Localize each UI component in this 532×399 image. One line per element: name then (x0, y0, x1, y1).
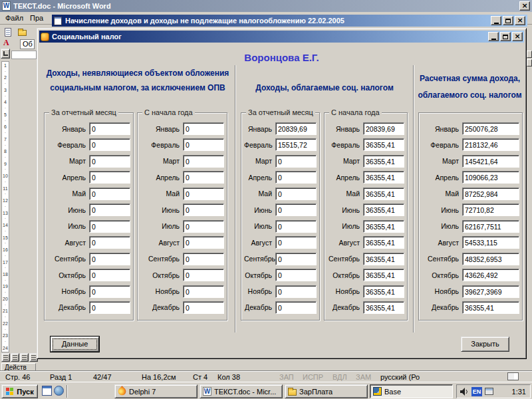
quick-launch-icon-1[interactable] (42, 386, 52, 396)
word-titlebar[interactable]: W ТЕКСТ.doc - Microsoft Word × (0, 0, 532, 12)
value-field[interactable]: 0 (275, 220, 317, 233)
value-field[interactable]: 0 (89, 253, 130, 265)
view-page-button[interactable] (20, 353, 29, 362)
value-field[interactable]: 0 (89, 236, 130, 249)
taskbar-task-word[interactable]: ТЕКСТ.doc - Micr... (200, 384, 283, 398)
value-field[interactable]: 0 (183, 269, 224, 281)
value-field[interactable]: 36355,41 (363, 138, 404, 151)
status-flag-ext: ВДЛ (332, 373, 347, 381)
value-field[interactable]: 36355,41 (462, 301, 519, 314)
value-field[interactable]: 0 (183, 138, 224, 151)
data-button[interactable]: Данные (51, 336, 99, 352)
value-field[interactable]: 0 (89, 122, 130, 135)
value-field[interactable]: 36355,41 (363, 220, 404, 233)
value-field[interactable]: 0 (89, 138, 130, 151)
value-field[interactable]: 36355,41 (363, 236, 404, 249)
value-field[interactable]: 54533,115 (462, 236, 519, 249)
value-field[interactable]: 0 (183, 122, 224, 135)
font-color-icon[interactable]: А (3, 38, 9, 47)
month-label: Май (327, 190, 363, 198)
value-field[interactable]: 39627,3969 (462, 285, 519, 298)
value-field[interactable]: 36355,41 (363, 301, 404, 314)
value-field[interactable]: 0 (183, 203, 224, 216)
value-field[interactable]: 0 (183, 155, 224, 168)
ruler-tick: · (5, 329, 6, 331)
doc-maximize-button[interactable] (503, 16, 513, 25)
taskbar-task-delphi[interactable]: Delphi 7 (114, 384, 198, 398)
view-normal-button[interactable] (1, 353, 10, 362)
value-field[interactable]: 20839,69 (275, 122, 317, 135)
value-field[interactable]: 0 (183, 253, 224, 265)
value-field[interactable]: 36355,41 (363, 171, 404, 184)
value-field[interactable]: 36355,41 (363, 203, 404, 216)
value-field[interactable]: 0 (89, 171, 130, 184)
value-field[interactable]: 0 (183, 301, 224, 314)
value-field[interactable]: 20839,69 (363, 122, 404, 135)
value-field[interactable]: 0 (183, 236, 224, 249)
value-field[interactable]: 0 (275, 253, 317, 265)
value-field[interactable]: 0 (89, 188, 130, 200)
value-field[interactable]: 218132,46 (462, 138, 519, 151)
word-close-button[interactable]: × (519, 1, 530, 11)
new-document-button[interactable] (2, 26, 14, 38)
value-field[interactable]: 36355,41 (363, 155, 404, 168)
month-label: Февраль (47, 141, 89, 149)
value-field[interactable]: 0 (89, 301, 130, 314)
value-field[interactable]: 87252,984 (462, 188, 519, 200)
doc-window-titlebar[interactable]: Начисление доходов и доходы не подлежащи… (52, 15, 527, 27)
value-field[interactable]: 0 (275, 155, 317, 168)
ruler-number: 10 (3, 174, 8, 178)
value-field[interactable]: 0 (183, 171, 224, 184)
value-field[interactable]: 0 (275, 171, 317, 184)
value-field[interactable]: 36355,41 (363, 253, 404, 265)
value-field[interactable]: 0 (89, 155, 130, 168)
tab-selector[interactable] (1, 49, 10, 59)
value-field[interactable]: 72710,82 (462, 203, 519, 216)
value-field[interactable]: 43626,492 (462, 269, 519, 281)
menu-edit[interactable]: Пра (30, 14, 43, 22)
value-field[interactable]: 0 (89, 285, 130, 298)
value-field[interactable]: 36355,41 (363, 188, 404, 200)
value-field[interactable]: 0 (275, 203, 317, 216)
value-field[interactable]: 0 (183, 285, 224, 298)
value-field[interactable]: 0 (275, 285, 317, 298)
value-field[interactable]: 0 (183, 220, 224, 233)
taskbar-task-app[interactable]: Base (370, 384, 453, 398)
close-button[interactable]: Закрыть (461, 336, 509, 352)
dialog-minimize-button[interactable] (488, 32, 499, 41)
scroll-thumb[interactable] (527, 59, 532, 66)
dialog-close-button[interactable]: × (512, 32, 523, 41)
scroll-up-button[interactable] (527, 51, 532, 58)
value-field[interactable]: 36355,41 (363, 285, 404, 298)
value-field[interactable]: 0 (89, 220, 130, 233)
value-field[interactable]: 0 (275, 269, 317, 281)
value-field[interactable]: 36355,41 (363, 269, 404, 281)
value-field[interactable]: 109066,23 (462, 171, 519, 184)
taskbar-task-folder[interactable]: ЗарПлата (285, 384, 368, 398)
dialog-titlebar[interactable]: Социальный налог × (39, 31, 524, 43)
doc-minimize-button[interactable] (491, 16, 501, 25)
month-row: Сентябрь36355,41 (327, 253, 404, 265)
doc-close-button[interactable]: × (515, 16, 525, 25)
tray-app-icon[interactable] (485, 388, 493, 395)
value-field[interactable]: 0 (183, 188, 224, 200)
style-combo-fragment[interactable]: Об (20, 39, 35, 49)
menu-file[interactable]: Файл (5, 14, 23, 22)
start-button[interactable]: Пуск (1, 384, 38, 398)
value-field[interactable]: 145421,64 (462, 155, 519, 168)
volume-icon[interactable] (460, 388, 469, 396)
value-field[interactable]: 0 (275, 301, 317, 314)
value-field[interactable]: 15515,72 (275, 138, 317, 151)
value-field[interactable]: 250076,28 (462, 122, 519, 135)
quick-launch-icon-2[interactable] (54, 386, 64, 396)
open-button[interactable] (16, 26, 28, 38)
language-indicator[interactable]: EN (471, 387, 482, 396)
value-field[interactable]: 48352,6953 (462, 253, 519, 265)
value-field[interactable]: 0 (275, 236, 317, 249)
value-field[interactable]: 0 (89, 203, 130, 216)
view-web-button[interactable] (11, 353, 19, 362)
value-field[interactable]: 0 (89, 269, 130, 281)
value-field[interactable]: 0 (275, 188, 317, 200)
dialog-maximize-button[interactable] (500, 32, 511, 41)
value-field[interactable]: 62167,7511 (462, 220, 519, 233)
